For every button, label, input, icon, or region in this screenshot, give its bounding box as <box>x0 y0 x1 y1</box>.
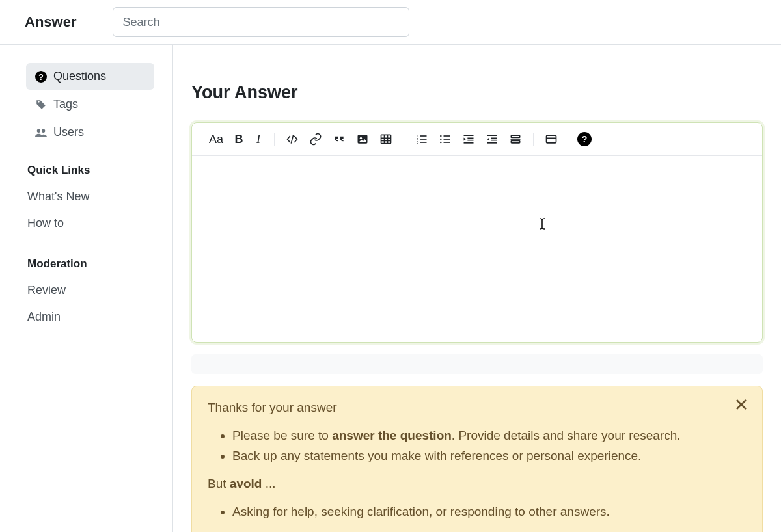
code-icon[interactable] <box>282 129 302 149</box>
link-admin[interactable]: Admin <box>26 304 154 330</box>
toolbar-separator <box>533 133 534 146</box>
header: Answer <box>0 0 781 45</box>
sidebar-item-label: Users <box>53 126 84 139</box>
hr-icon[interactable] <box>506 129 525 149</box>
toolbar-separator <box>404 133 404 146</box>
main: Your Answer Aa B I <box>173 45 781 532</box>
sidebar-item-users[interactable]: Users <box>26 119 154 146</box>
editor-footer-bar <box>191 354 763 374</box>
close-icon[interactable] <box>733 397 750 414</box>
logo[interactable]: Answer <box>25 14 76 31</box>
tip-item: Asking for help, seeking clarification, … <box>232 503 747 522</box>
sidebar-item-questions[interactable]: ? Questions <box>26 63 154 90</box>
link-review[interactable]: Review <box>26 277 154 304</box>
heading-button[interactable]: Aa <box>205 129 227 149</box>
tag-icon <box>35 99 47 111</box>
svg-line-4 <box>291 135 293 143</box>
toolbar-separator <box>569 133 569 146</box>
question-circle-icon: ? <box>35 71 47 83</box>
quote-icon[interactable] <box>329 129 349 149</box>
ordered-list-icon[interactable]: 123 <box>412 129 432 149</box>
svg-point-22 <box>440 139 442 140</box>
text-cursor-icon <box>538 217 549 230</box>
link-how-to[interactable]: How to <box>26 210 154 237</box>
tip-list-avoid: Asking for help, seeking clarification, … <box>208 503 747 522</box>
section-title-moderation: Moderation <box>27 258 154 271</box>
nav-group-main: ? Questions Tags Users <box>26 63 154 146</box>
svg-point-2 <box>37 129 40 132</box>
link-icon[interactable] <box>306 129 325 149</box>
section-title-quick-links: Quick Links <box>27 164 154 177</box>
users-icon <box>35 127 47 139</box>
sidebar-item-tags[interactable]: Tags <box>26 91 154 118</box>
bold-button[interactable]: B <box>231 129 247 149</box>
svg-rect-34 <box>511 141 519 143</box>
search-input[interactable] <box>113 7 409 37</box>
tip-item: Back up any statements you make with ref… <box>232 447 747 466</box>
svg-rect-35 <box>547 135 556 143</box>
editor-toolbar: Aa B I <box>192 123 762 156</box>
svg-rect-7 <box>381 135 391 143</box>
tip-title: Thanks for your answer <box>208 401 747 415</box>
outdent-icon[interactable] <box>482 129 502 149</box>
indent-icon[interactable] <box>459 129 478 149</box>
unordered-list-icon[interactable] <box>435 129 455 149</box>
sidebar-item-label: Questions <box>53 70 106 83</box>
svg-point-6 <box>360 137 362 139</box>
editor-textarea[interactable] <box>192 156 762 342</box>
sidebar-item-label: Tags <box>53 98 78 111</box>
table-icon[interactable] <box>376 129 396 149</box>
svg-point-23 <box>440 142 442 144</box>
svg-rect-32 <box>511 135 519 137</box>
tip-box: Thanks for your answer Please be sure to… <box>191 386 763 532</box>
tip-list: Please be sure to answer the question. P… <box>208 427 747 465</box>
toolbar-separator <box>274 133 275 146</box>
editor: Aa B I <box>191 122 763 343</box>
svg-point-21 <box>440 135 442 137</box>
image-icon[interactable] <box>353 129 372 149</box>
sidebar: ? Questions Tags Users Quick Links What'… <box>0 45 173 532</box>
link-whats-new[interactable]: What's New <box>26 183 154 210</box>
svg-point-3 <box>42 129 45 132</box>
tip-item: Please be sure to answer the question. P… <box>232 427 747 446</box>
svg-text:3: 3 <box>417 140 419 144</box>
card-icon[interactable] <box>541 129 561 149</box>
italic-button[interactable]: I <box>251 129 266 149</box>
svg-text:?: ? <box>38 72 44 81</box>
help-icon[interactable]: ? <box>577 132 592 146</box>
page-title: Your Answer <box>191 83 763 103</box>
tip-avoid: But avoid ... <box>208 477 747 491</box>
